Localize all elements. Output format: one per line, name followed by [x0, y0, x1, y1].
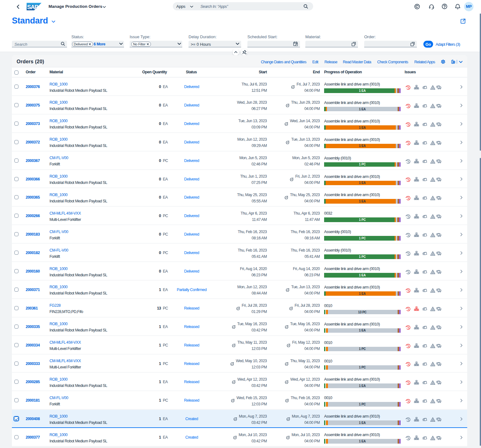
svg-text:SAP: SAP	[27, 3, 39, 10]
